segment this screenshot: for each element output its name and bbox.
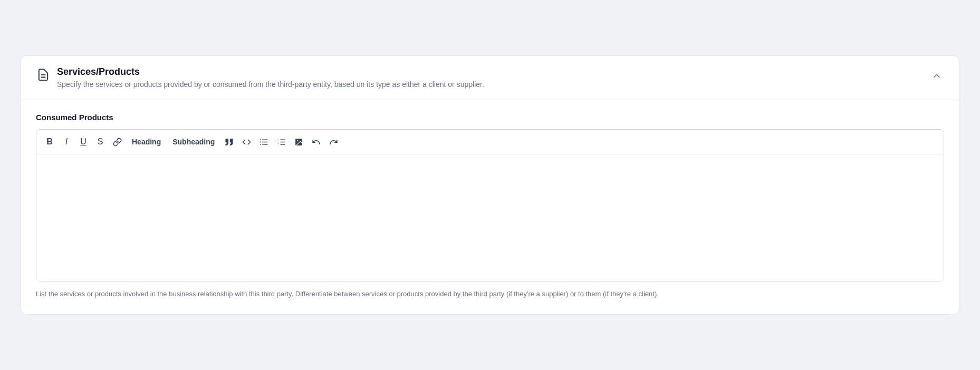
editor-container: B I U S Heading Subheading	[36, 129, 944, 281]
ordered-list-icon: 1 2 3	[277, 138, 286, 147]
collapse-button[interactable]	[929, 69, 944, 83]
svg-text:3: 3	[277, 142, 279, 145]
card-title: Services/Products	[57, 66, 484, 77]
card-header: Services/Products Specify the services o…	[21, 56, 959, 100]
bullet-list-button[interactable]	[256, 134, 272, 150]
editor-content-area[interactable]	[36, 154, 944, 281]
card-header-left: Services/Products Specify the services o…	[36, 66, 484, 90]
section-label: Consumed Products	[36, 113, 944, 122]
svg-point-3	[260, 139, 261, 140]
blockquote-button[interactable]	[221, 134, 237, 150]
code-icon	[242, 138, 251, 147]
services-products-card: Services/Products Specify the services o…	[21, 55, 959, 314]
document-icon	[36, 67, 51, 82]
link-icon	[113, 138, 122, 147]
svg-point-13	[297, 140, 298, 141]
card-body: Consumed Products B I U S Heading Subhea…	[21, 100, 959, 314]
bold-button[interactable]: B	[42, 134, 57, 150]
image-button[interactable]	[291, 134, 307, 150]
undo-button[interactable]	[308, 134, 324, 150]
editor-toolbar: B I U S Heading Subheading	[36, 130, 944, 154]
code-button[interactable]	[238, 134, 255, 150]
strikethrough-button[interactable]: S	[92, 134, 108, 150]
italic-button[interactable]: I	[59, 134, 74, 150]
redo-icon	[329, 138, 338, 147]
ordered-list-button[interactable]: 1 2 3	[273, 134, 290, 150]
helper-text: List the services or products involved i…	[36, 289, 944, 299]
svg-point-5	[260, 143, 261, 144]
underline-button[interactable]: U	[75, 134, 91, 150]
card-header-text: Services/Products Specify the services o…	[57, 66, 484, 90]
heading-button[interactable]: Heading	[127, 134, 166, 150]
chevron-up-icon	[931, 71, 942, 81]
subheading-button[interactable]: Subheading	[167, 134, 220, 150]
image-icon	[294, 138, 303, 147]
bullet-list-icon	[260, 138, 268, 147]
blockquote-icon	[225, 138, 234, 147]
link-button[interactable]	[109, 134, 126, 150]
svg-point-4	[260, 141, 261, 142]
card-subtitle: Specify the services or products provide…	[57, 80, 484, 90]
redo-button[interactable]	[325, 134, 342, 150]
undo-icon	[312, 138, 321, 147]
